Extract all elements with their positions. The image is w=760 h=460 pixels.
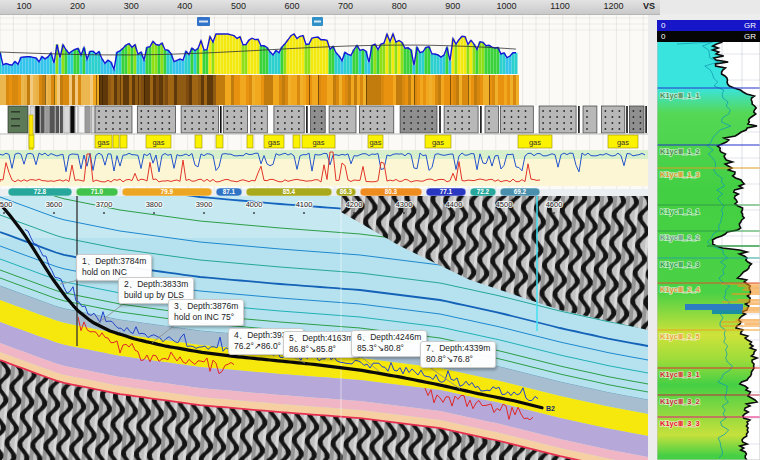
formation-label: K1ycⅢ_2_3 (660, 260, 700, 269)
annotation-depth: 6、Depth:4246m (357, 332, 421, 343)
vs-tick: 600 (284, 1, 299, 11)
formation-label: K1ycⅢ_2_5 (660, 332, 700, 341)
gr-header-blue-label: GR (744, 21, 756, 30)
vs-tick: 500 (231, 1, 246, 11)
trajectory-annotation: 3、Depth:3876mhold on INC 75° (168, 299, 244, 326)
gr-header-black-min: 0 (661, 32, 665, 41)
vs-unit-label: VS (643, 1, 655, 11)
interval-segment-value: 85.4 (283, 188, 296, 195)
gas-marker (247, 135, 253, 148)
formation-label: K1ycⅢ_2_2 (660, 233, 700, 242)
seismic-depth-tick: 3600 (46, 200, 63, 209)
vs-tick: 200 (70, 1, 85, 11)
vs-tick: 700 (338, 1, 353, 11)
seismic-depth-tick: 4000 (246, 200, 263, 209)
gas-marker (120, 135, 127, 148)
trajectory-annotation: 6、Depth:4246m85.3°↘80.8° (351, 330, 427, 357)
seismic-depth-tick: 4100 (296, 200, 313, 209)
interval-segment-value: 69.2 (514, 188, 527, 195)
vs-tick: 300 (124, 1, 139, 11)
gas-marker-label: gas (617, 138, 629, 147)
annotation-depth: 1、Depth:3784m (82, 256, 146, 267)
well-correlation-app: { "ruler": { "ticks": ["100","200","300"… (0, 0, 760, 460)
panel-divider (648, 14, 657, 460)
vs-tick: 1200 (604, 1, 624, 11)
gas-marker-label: gas (369, 138, 381, 147)
interval-segment-value: 71.0 (91, 188, 104, 195)
seismic-section[interactable]: B235003600370038003900400041004200430044… (0, 196, 648, 460)
gas-marker-label: gas (97, 138, 109, 147)
gas-marker (216, 135, 223, 148)
interval-segment-value: 80.3 (385, 188, 398, 195)
well-log-tracks[interactable]: gasgasgasgasgasgasgasgas72.871.079.987.1… (0, 14, 648, 196)
gas-marker (113, 135, 119, 148)
well-end-label: B2 (546, 405, 555, 412)
vs-ruler: 100200300400500600700800900100011001200V… (0, 0, 660, 15)
vs-tick: 1100 (550, 1, 569, 11)
interval-segment-value: 86.3 (340, 188, 353, 195)
seismic-depth-tick: 4500 (496, 200, 513, 209)
annotation-depth: 2、Depth:3833m (124, 279, 188, 290)
gas-marker (29, 135, 34, 148)
gr-panel-canvas[interactable]: K1ycⅢ_1_1K1ycⅢ_1_2K1ycⅢ_1_3K1ycⅢ_2_1K1yc… (657, 14, 760, 460)
vs-tick: 900 (445, 1, 460, 11)
annotation-detail: 86.8°↘85.8° (289, 344, 353, 355)
gas-marker-label: gas (529, 138, 541, 147)
formation-label: K1ycⅢ_2_1 (660, 207, 700, 216)
gas-marker-label: gas (152, 138, 164, 147)
annotation-depth: 3、Depth:3876m (174, 301, 238, 312)
annotation-depth: 7、Depth:4339m (426, 343, 490, 354)
seismic-depth-tick: 3800 (146, 200, 163, 209)
gas-marker-label: gas (268, 138, 280, 147)
seismic-depth-tick: 3700 (96, 200, 113, 209)
seismic-canvas[interactable]: B235003600370038003900400041004200430044… (0, 196, 648, 460)
interval-segment-value: 79.9 (161, 188, 174, 195)
gr-header-black: 0 GR (657, 31, 760, 42)
formation-label: K1ycⅢ_3_1 (660, 370, 700, 379)
seismic-depth-tick: 3500 (0, 200, 12, 209)
formation-label: K1ycⅢ_1_3 (660, 170, 700, 179)
formation-label: K1ycⅢ_3_2 (660, 397, 700, 406)
gr-header-blue: 0 GR (657, 20, 760, 31)
vs-tick: 1000 (496, 1, 516, 11)
annotation-detail: 80.8°↘76.8° (426, 354, 490, 365)
seismic-depth-tick: 4300 (396, 200, 413, 209)
interval-segment-value: 72.2 (477, 188, 490, 195)
vs-tick: 800 (392, 1, 407, 11)
formation-label: K1ycⅢ_1_1 (660, 91, 700, 100)
gr-header-black-label: GR (744, 32, 756, 41)
seismic-depth-tick: 4600 (546, 200, 563, 209)
formation-label: K1ycⅢ_3_3 (660, 419, 700, 428)
vs-tick: 400 (177, 1, 192, 11)
seismic-depth-tick: 4200 (346, 200, 363, 209)
interval-segment-value: 87.1 (223, 188, 236, 195)
gas-marker (195, 135, 202, 148)
annotation-depth: 5、Depth:4163m (289, 333, 353, 344)
ruler-right-pad (660, 0, 760, 14)
gr-curve-panel[interactable]: K1ycⅢ_1_1K1ycⅢ_1_2K1ycⅢ_1_3K1ycⅢ_2_1K1yc… (657, 14, 760, 460)
seismic-depth-tick: 3900 (196, 200, 213, 209)
gr-header-blue-min: 0 (661, 21, 665, 30)
formation-label: K1ycⅢ_1_2 (660, 147, 700, 156)
trajectory-annotation: 5、Depth:4163m86.8°↘85.8° (283, 331, 359, 358)
gas-marker-label: gas (432, 138, 444, 147)
formation-label: K1ycⅢ_2_4 (660, 285, 701, 294)
annotation-detail: 85.3°↘80.8° (357, 343, 421, 354)
annotation-detail: hold on INC 75° (174, 312, 238, 323)
interval-segment-value: 72.8 (34, 188, 47, 195)
gas-marker (293, 135, 300, 148)
trajectory-annotation: 7、Depth:4339m80.8°↘76.8° (420, 341, 496, 368)
seismic-depth-tick: 4400 (446, 200, 463, 209)
gas-marker-label: gas (312, 138, 324, 147)
interval-segment-value: 77.1 (440, 188, 453, 195)
vs-tick: 100 (16, 1, 31, 11)
